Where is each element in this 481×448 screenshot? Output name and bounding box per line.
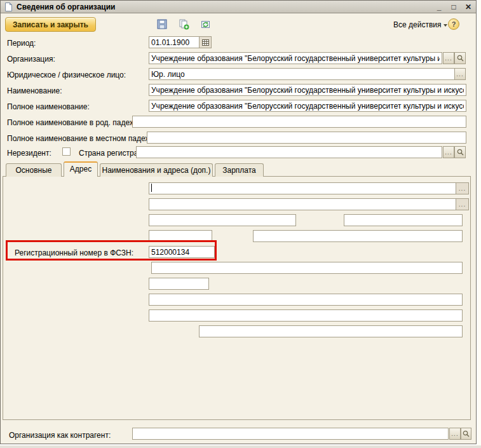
fszn-label: Регистрационный номер в ФСЗН: [15, 248, 133, 257]
save-and-close-button[interactable]: Записать и закрыть [5, 17, 96, 32]
help-button[interactable]: ? [448, 18, 459, 30]
tab-zarplata[interactable]: Зарплата [215, 163, 264, 177]
nonresident-label: Нерезидент: [7, 149, 51, 158]
organization-info-window: Сведения об организации _ □ ✕ Записать и… [0, 0, 477, 444]
save-icon[interactable] [156, 18, 168, 30]
full-name-genitive-label: Полное наименование в род. падеже: [7, 118, 141, 127]
all-actions-menu[interactable]: Все действия [393, 20, 447, 29]
calendar-grid-icon [202, 39, 209, 46]
counterparty-search-button[interactable] [461, 428, 471, 440]
dropdown-arrow-icon [444, 24, 447, 27]
close-button[interactable]: ✕ [464, 3, 473, 11]
nonresident-checkbox[interactable] [62, 147, 71, 156]
name-label: Наименование: [7, 86, 62, 95]
license-input[interactable] [253, 230, 463, 242]
tab-naimenovaniya-adresa-dop[interactable]: Наименования и адреса (доп.) [100, 163, 213, 177]
tab-osnovnye[interactable]: Основные [6, 163, 62, 177]
window-title: Сведения об организации [17, 3, 115, 11]
tab-adres[interactable]: Адрес [64, 161, 98, 177]
registration-country-search-button[interactable] [454, 146, 466, 158]
website-input[interactable] [149, 294, 463, 306]
organization-search-button[interactable] [454, 52, 466, 64]
all-actions-label: Все действия [393, 20, 441, 29]
refresh-icon[interactable] [199, 18, 212, 30]
calendar-picker-button[interactable] [199, 36, 212, 48]
egr-input[interactable] [149, 278, 209, 290]
full-name-label: Полное наименование: [7, 102, 90, 111]
maximize-button[interactable]: □ [449, 3, 458, 11]
organization-select-button[interactable]: ... [443, 52, 454, 64]
registration-country-input[interactable] [136, 146, 442, 158]
full-name-locative-input[interactable] [147, 132, 466, 144]
title-bar: Сведения об организации _ □ ✕ [1, 1, 476, 13]
magnifier-icon [457, 55, 464, 62]
background-strip-bottom [0, 445, 481, 448]
full-name-input[interactable] [149, 100, 466, 112]
magnifier-icon [463, 430, 470, 437]
basis-doc-input[interactable] [199, 325, 463, 337]
okpo-input[interactable] [344, 214, 463, 226]
text-cursor [151, 184, 152, 192]
registration-country-select-button[interactable]: ... [443, 146, 454, 158]
fszn-input[interactable] [149, 246, 215, 258]
legal-entity-input[interactable] [149, 68, 455, 80]
legal-address-input[interactable] [149, 198, 456, 210]
document-icon [4, 3, 13, 11]
counterparty-label: Организация как контрагент: [9, 431, 111, 440]
name-input[interactable] [149, 84, 466, 96]
email-input[interactable] [149, 309, 463, 322]
background-strip [477, 0, 481, 448]
address-select-button[interactable]: ... [456, 182, 469, 194]
organization-input[interactable] [149, 52, 442, 64]
period-label: Период: [7, 39, 36, 48]
address-input[interactable] [149, 182, 456, 194]
legal-entity-select-button[interactable]: ... [454, 68, 466, 80]
legal-entity-label: Юридическое / физическое лицо: [7, 71, 126, 79]
magnifier-icon [457, 149, 464, 156]
period-input[interactable] [149, 36, 200, 48]
organization-label: Организация: [7, 55, 55, 64]
counterparty-input[interactable] [132, 428, 449, 440]
counterparty-select-button[interactable]: ... [449, 428, 461, 440]
belgosstrakh-input[interactable] [151, 262, 463, 274]
full-name-locative-label: Полное наименование в местном падеже: [7, 134, 157, 143]
screen: Сведения об организации _ □ ✕ Записать и… [0, 0, 481, 448]
full-name-genitive-input[interactable] [132, 116, 466, 128]
minimize-button[interactable]: _ [435, 3, 444, 11]
copy-icon[interactable] [177, 18, 190, 30]
okonh-input[interactable] [149, 214, 296, 226]
legal-address-select-button[interactable]: ... [456, 198, 469, 210]
okyulp-input[interactable] [149, 230, 212, 242]
